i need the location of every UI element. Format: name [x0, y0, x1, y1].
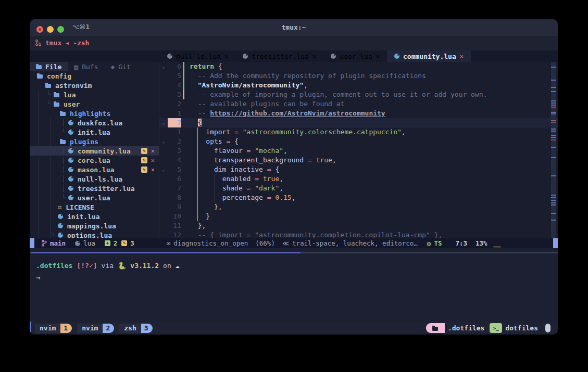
buffer-tab-user.lua[interactable]: user.lua✕ — [323, 50, 387, 62]
neotree-source-file[interactable]: File — [30, 62, 68, 71]
fold-marker-icon — [159, 127, 168, 137]
code-text: transparent_background = true, — [190, 156, 336, 165]
tree-item-label: astronvim — [55, 82, 92, 89]
tree-item-mappings.lua[interactable]: mappings.lua — [30, 221, 159, 230]
code-line[interactable]: 8 percentage = 0.15, — [159, 193, 558, 202]
git-sign-column — [183, 71, 185, 81]
code-line[interactable]: 10 } — [159, 212, 558, 221]
line-number: 8 — [168, 193, 181, 202]
tree-item-config[interactable]: config — [30, 71, 159, 81]
code-text: { — [190, 118, 202, 127]
git-sign-column — [183, 165, 185, 174]
tree-item-LICENSE[interactable]: ⚖LICENSE — [30, 202, 159, 212]
license-icon: ⚖ — [58, 204, 61, 210]
statusline: main lua ＋ 2 ✎ 3 ⊙ diagnostics_on_open (… — [30, 238, 558, 248]
modified-badge-icon: ✎ — [141, 166, 147, 173]
code-text: shade = "dark", — [190, 184, 283, 193]
code-line[interactable]: 12 -- { import = "astrocommunity.complet… — [159, 230, 558, 238]
tree-item-highlights[interactable]: highlights — [30, 109, 159, 118]
neotree-source-git[interactable]: ◈Git — [104, 62, 136, 71]
tmux-window-nvim-1[interactable]: nvim1 — [35, 324, 72, 333]
buffer-tab-treesitter.lua[interactable]: treesitter.lua✕ — [235, 50, 323, 62]
tree-item-astronvim[interactable]: astronvim — [30, 81, 159, 90]
git-branch[interactable]: main — [42, 239, 66, 247]
scrollbar-mark — [551, 107, 556, 108]
code-line[interactable]: 4 transparent_background = true, — [159, 156, 558, 165]
fold-marker-icon[interactable]: ⌄ — [159, 165, 168, 174]
git-sign-column — [183, 193, 185, 202]
code-line[interactable]: 2 -- available plugins can be found at — [159, 99, 558, 109]
buffer-tab-null-ls.lua[interactable]: null-ls.lua✕ — [160, 50, 235, 62]
fold-marker-icon[interactable]: ⌄ — [159, 62, 168, 71]
buffer-tab-label: community.lua — [403, 53, 456, 60]
code-line[interactable]: 1 import = "astrocommunity.colorscheme.c… — [159, 127, 558, 137]
code-line[interactable]: 1 -- https://github.com/AstroNvim/astroc… — [159, 109, 558, 118]
tree-item-plugins[interactable]: plugins — [30, 137, 159, 146]
git-sign-column — [183, 99, 185, 109]
prompt-arrow[interactable]: → — [36, 273, 40, 281]
code-line[interactable]: 11 }, — [159, 221, 558, 230]
diagnostics-scrollbar[interactable] — [551, 62, 556, 238]
code-line[interactable]: 3 -- example of imporing a plugin, comme… — [159, 90, 558, 99]
buffer-tab-community.lua[interactable]: community.lua✕ — [387, 50, 471, 62]
folder-icon — [45, 84, 51, 88]
bufferline: null-ls.lua✕treesitter.lua✕user.lua✕comm… — [30, 50, 558, 62]
window-title: tmux:~ — [30, 23, 558, 31]
close-buffer-icon[interactable]: ✕ — [376, 53, 380, 60]
code-line[interactable]: 9 }, — [159, 202, 558, 212]
tree-item-core.lua[interactable]: │core.lua✎✕ — [30, 156, 159, 165]
tmux-window-index: 1 — [60, 324, 72, 333]
code-line[interactable]: ⌄7 { — [159, 118, 558, 127]
close-buffer-icon[interactable]: ✕ — [460, 53, 464, 60]
tree-item-community.lua[interactable]: │community.lua✎✕ — [30, 146, 159, 156]
tree-guide: └ — [47, 91, 51, 98]
code-line[interactable]: 3 flavour = "mocha", — [159, 146, 558, 156]
git-sign-column — [183, 221, 185, 230]
close-file-icon[interactable]: ✕ — [151, 157, 155, 163]
fold-marker-icon[interactable]: ⌄ — [159, 137, 168, 146]
shell-pane[interactable]: .dotfiles [!?✓] via 🐍 v3.11.2 on ☁ → — [30, 253, 558, 322]
code-line[interactable]: 6 enabled = true, — [159, 174, 558, 184]
line-number: 4 — [168, 81, 181, 90]
tree-item-treesitter.lua[interactable]: │treesitter.lua — [30, 184, 159, 193]
close-file-icon[interactable]: ✕ — [151, 148, 155, 154]
code-line[interactable]: ⌄6return { — [159, 62, 558, 71]
tree-item-init.lua[interactable]: └init.lua — [30, 127, 159, 137]
scrollbar-mark — [551, 204, 556, 206]
modified-badge-icon: ✎ — [141, 148, 147, 154]
tree-guide: │ — [61, 175, 65, 183]
fold-marker-icon[interactable]: ⌄ — [159, 118, 168, 127]
tmux-window-name[interactable]: tmux — [45, 39, 61, 47]
tree-item-null-ls.lua[interactable]: │null-ls.lua — [30, 174, 159, 184]
buffer-tab-label: user.lua — [340, 53, 372, 60]
scrollbar-mark — [551, 105, 556, 106]
editor[interactable]: ⌄6return {5 -- Add the community reposit… — [159, 62, 558, 238]
folder-icon — [37, 74, 43, 79]
scrollbar-mark — [551, 67, 556, 68]
git-added-count: ＋ 2 — [105, 239, 118, 247]
tmux-window-zsh-3[interactable]: zsh3 — [119, 324, 152, 333]
close-buffer-icon[interactable]: ✕ — [312, 53, 316, 60]
neotree-source-bufs[interactable]: ▤Bufs — [68, 62, 104, 71]
close-file-icon[interactable]: ✕ — [151, 166, 155, 173]
line-number: 1 — [168, 109, 181, 118]
fold-marker-icon — [159, 193, 168, 202]
line-number: 4 — [168, 156, 181, 165]
code-line[interactable]: 4 "AstroNvim/astrocommunity", — [159, 81, 558, 90]
tree-item-init.lua[interactable]: init.lua — [30, 212, 159, 221]
code-line[interactable]: ⌄5 dim_inactive = { — [159, 165, 558, 174]
code-line[interactable]: 7 shade = "dark", — [159, 184, 558, 193]
tmux-window-nvim-2[interactable]: nvim2 — [77, 324, 114, 333]
code-line[interactable]: 5 -- Add the community repository of plu… — [159, 71, 558, 81]
close-buffer-icon[interactable]: ✕ — [224, 53, 228, 60]
tree-item-duskfox.lua[interactable]: │duskfox.lua — [30, 118, 159, 127]
tree-item-mason.lua[interactable]: │mason.lua✎✕ — [30, 165, 159, 174]
terminal-icon: >_ — [493, 326, 499, 331]
fold-marker-icon — [159, 90, 168, 99]
tree-item-lua[interactable]: └lua — [30, 90, 159, 99]
fold-marker-icon — [159, 184, 168, 193]
fold-marker-icon — [159, 221, 168, 230]
tree-item-user[interactable]: └user — [30, 99, 159, 109]
tree-item-user.lua[interactable]: └user.lua — [30, 193, 159, 202]
code-line[interactable]: ⌄2 opts = { — [159, 137, 558, 146]
